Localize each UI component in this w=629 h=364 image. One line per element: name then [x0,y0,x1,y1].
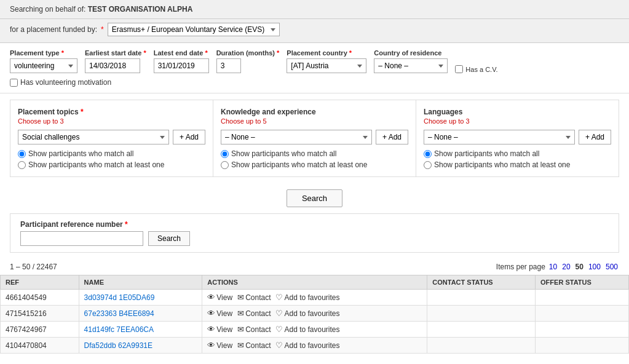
has-volunteering-motivation-row: Has volunteering motivation [10,78,619,87]
duration-input[interactable] [216,58,241,73]
add-to-favourites-link[interactable]: ♡ Add to favourites [275,341,339,350]
col-contact-status: CONTACT STATUS [427,275,536,290]
org-name: TEST ORGANISATION ALPHA [88,5,193,14]
placement-topics-radio-all[interactable] [18,150,26,158]
knowledge-radio-any-label[interactable]: Show participants who match at least one [221,160,408,169]
languages-radio-any[interactable] [424,161,432,169]
items-per-page-10[interactable]: 10 [548,263,558,271]
view-link[interactable]: 👁 View [207,293,232,302]
participant-name-link[interactable]: 41d149fc 7EEA06CA [84,325,154,334]
ref-search-input[interactable] [20,231,143,246]
ref-search-row: Search [20,231,609,246]
items-per-page-20[interactable]: 20 [561,263,571,271]
funding-bar: for a placement funded by: * Erasmus+ / … [0,19,629,43]
view-link[interactable]: 👁 View [207,325,232,334]
participant-name-link[interactable]: 3d03974d 1E05DA69 [84,293,155,302]
table-row: 46614045493d03974d 1E05DA69👁 View✉ Conta… [1,290,629,306]
has-cv-label: Has a C.V. [455,65,497,73]
placement-type-group: Placement type * volunteering [10,49,77,73]
add-to-favourites-link[interactable]: ♡ Add to favourites [275,293,339,302]
has-volunteering-motivation-checkbox[interactable] [10,79,18,87]
latest-end-label: Latest end date * [154,49,209,57]
col-actions: ACTIONS [202,275,427,290]
knowledge-radio-any[interactable] [221,161,229,169]
items-per-page-500[interactable]: 500 [604,263,619,271]
knowledge-select[interactable]: – None – [221,130,372,144]
cell-ref: 4767424967 [1,322,79,338]
earliest-start-group: Earliest start date * [85,49,146,73]
cell-contact-status [427,322,536,338]
placement-topics-radio-all-label[interactable]: Show participants who match all [18,149,205,158]
add-to-favourites-link[interactable]: ♡ Add to favourites [275,309,339,318]
funding-label: for a placement funded by: [10,25,97,34]
add-to-favourites-link[interactable]: ♡ Add to favourites [275,325,339,334]
participant-name-link[interactable]: 67e23363 B4EE6894 [84,309,154,318]
funding-required-star: * [101,25,104,34]
contact-link[interactable]: ✉ Contact [237,309,271,318]
contact-link[interactable]: ✉ Contact [237,341,271,350]
ref-search-button[interactable]: Search [148,231,190,246]
knowledge-add-button[interactable]: + Add [376,130,408,144]
cell-ref: 4715415216 [1,306,79,322]
knowledge-choose: Choose up to 5 [221,117,408,125]
view-link[interactable]: 👁 View [207,309,232,318]
contact-link[interactable]: ✉ Contact [237,325,271,334]
languages-radio-all-label[interactable]: Show participants who match all [424,149,611,158]
knowledge-radio-all-label[interactable]: Show participants who match all [221,149,408,158]
table-row: 4104470804Dfa52ddb 62A9931E👁 View✉ Conta… [1,338,629,354]
knowledge-radio-all[interactable] [221,150,229,158]
top-bar: Searching on behalf of: TEST ORGANISATIO… [0,0,629,19]
ref-search-label: Participant reference number * [20,220,609,229]
languages-radio-any-label[interactable]: Show participants who match at least one [424,160,611,169]
cell-offer-status [536,338,629,354]
items-per-page-label: Items per page [496,263,545,271]
languages-controls: – None – + Add [424,130,611,144]
funding-select[interactable]: Erasmus+ / European Voluntary Service (E… [108,23,280,36]
ref-search-section: Participant reference number * Search [10,213,619,253]
latest-end-group: Latest end date * [154,49,209,73]
cell-contact-status [427,290,536,306]
has-cv-checkbox[interactable] [455,65,463,73]
languages-select[interactable]: – None – [424,130,575,144]
results-table: REF NAME ACTIONS CONTACT STATUS OFFER ST… [0,275,629,354]
contact-link[interactable]: ✉ Contact [237,293,271,302]
col-name: NAME [79,275,202,290]
knowledge-title: Knowledge and experience [221,108,408,116]
participant-name-link[interactable]: Dfa52ddb 62A9931E [84,341,152,350]
placement-type-label: Placement type * [10,49,77,57]
cell-actions: 👁 View✉ Contact♡ Add to favourites [202,290,427,306]
cell-actions: 👁 View✉ Contact♡ Add to favourites [202,306,427,322]
topics-section: Placement topics * Choose up to 3 Social… [10,100,619,177]
results-header: 1 – 50 / 22467 Items per page 10 20 50 1… [0,259,629,275]
languages-panel: Languages Choose up to 3 – None – + Add … [416,100,619,176]
cell-actions: 👁 View✉ Contact♡ Add to favourites [202,338,427,354]
placement-type-select[interactable]: volunteering [10,58,77,73]
languages-add-button[interactable]: + Add [579,130,611,144]
search-main-button[interactable]: Search [287,189,342,207]
placement-topics-title: Placement topics * [18,108,205,116]
country-of-residence-group: Country of residence – None – [374,49,448,73]
table-row: 471541521667e23363 B4EE6894👁 View✉ Conta… [1,306,629,322]
searching-label: Searching on behalf of: [10,5,85,14]
languages-choose: Choose up to 3 [424,117,611,125]
placement-topics-add-button[interactable]: + Add [173,130,205,144]
col-ref: REF [1,275,79,290]
knowledge-radio-group: Show participants who match all Show par… [221,149,408,169]
cell-name: 41d149fc 7EEA06CA [79,322,202,338]
latest-end-input[interactable] [154,58,209,73]
placement-topics-radio-any[interactable] [18,161,26,169]
cell-ref: 4661404549 [1,290,79,306]
items-per-page-100[interactable]: 100 [587,263,602,271]
country-of-residence-select[interactable]: – None – [374,58,448,73]
cell-actions: 👁 View✉ Contact♡ Add to favourites [202,322,427,338]
placement-topics-radio-any-label[interactable]: Show participants who match at least one [18,160,205,169]
country-of-residence-label: Country of residence [374,49,448,57]
placement-topics-select[interactable]: Social challenges [18,130,169,144]
placement-country-select[interactable]: [AT] Austria [287,58,366,73]
view-link[interactable]: 👁 View [207,341,232,350]
results-range: 1 – 50 / 22467 [10,263,57,271]
items-per-page-50[interactable]: 50 [574,263,585,271]
cell-contact-status [427,338,536,354]
earliest-start-input[interactable] [85,58,140,73]
languages-radio-all[interactable] [424,150,432,158]
